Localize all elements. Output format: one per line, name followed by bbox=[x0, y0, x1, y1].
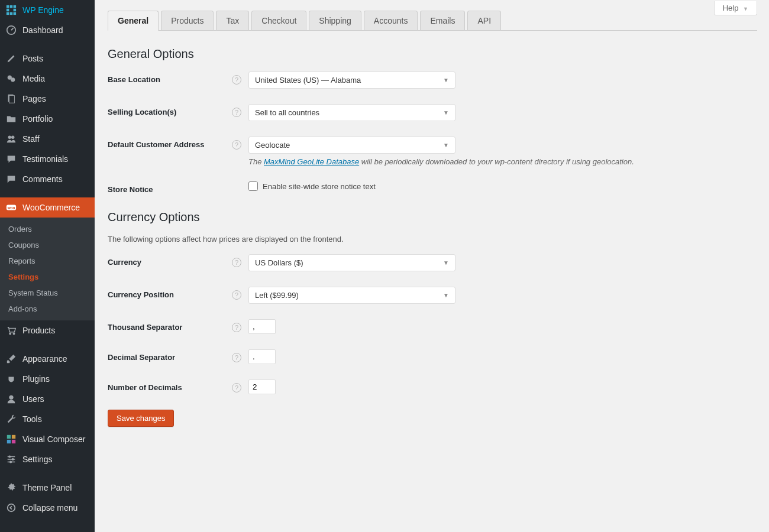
default-customer-address-select[interactable]: Geolocate ▼ bbox=[248, 137, 455, 154]
help-label: Help bbox=[723, 4, 739, 12]
tab-accounts[interactable]: Accounts bbox=[364, 11, 418, 31]
svg-rect-22 bbox=[12, 435, 15, 439]
sidebar-item-label: Collapse menu bbox=[22, 503, 77, 512]
gear-icon bbox=[6, 482, 18, 493]
maxmind-link[interactable]: MaxMind GeoLite Database bbox=[264, 157, 359, 166]
sidebar-item-label: WP Engine bbox=[22, 5, 64, 15]
decimal-separator-input[interactable] bbox=[248, 349, 276, 364]
sidebar-item-media[interactable]: Media bbox=[0, 69, 95, 89]
select-value: Sell to all countries bbox=[255, 108, 319, 117]
chat-icon bbox=[6, 154, 18, 164]
svg-rect-7 bbox=[14, 12, 17, 15]
tab-tax[interactable]: Tax bbox=[216, 11, 249, 31]
sidebar-item-users[interactable]: Users bbox=[0, 389, 95, 409]
svg-point-25 bbox=[9, 456, 11, 458]
help-icon[interactable]: ? bbox=[232, 258, 241, 267]
sidebar-item-products[interactable]: Products bbox=[0, 320, 95, 340]
woo-icon: woo bbox=[6, 202, 18, 213]
submenu-add-ons[interactable]: Add-ons bbox=[0, 301, 95, 317]
chevron-down-icon: ▼ bbox=[443, 109, 449, 116]
store-notice-checkbox[interactable] bbox=[248, 181, 258, 191]
sidebar-item-pages[interactable]: Pages bbox=[0, 89, 95, 109]
chevron-down-icon: ▼ bbox=[443, 77, 449, 83]
users-icon bbox=[6, 134, 18, 144]
sidebar-item-dashboard[interactable]: Dashboard bbox=[0, 20, 95, 40]
help-icon[interactable]: ? bbox=[232, 75, 241, 85]
svg-rect-1 bbox=[10, 5, 13, 8]
sidebar-item-comments[interactable]: Comments bbox=[0, 169, 95, 189]
sidebar-item-appearance[interactable]: Appearance bbox=[0, 349, 95, 369]
folder-icon bbox=[6, 113, 18, 124]
thousand-separator-input[interactable] bbox=[248, 319, 276, 334]
tab-checkout[interactable]: Checkout bbox=[251, 11, 306, 31]
dashboard-icon bbox=[6, 25, 18, 35]
tab-products[interactable]: Products bbox=[161, 11, 214, 31]
help-tab[interactable]: Help ▼ bbox=[714, 1, 757, 15]
sidebar-item-label: Dashboard bbox=[22, 25, 63, 35]
sidebar-item-label: Testimonials bbox=[22, 154, 68, 164]
svg-point-15 bbox=[11, 136, 14, 139]
sidebar-item-posts[interactable]: Posts bbox=[0, 48, 95, 69]
submenu-settings[interactable]: Settings bbox=[0, 269, 95, 285]
currency-select[interactable]: US Dollars ($) ▼ bbox=[248, 254, 455, 271]
sidebar-item-woocommerce[interactable]: woo WooCommerce bbox=[0, 197, 95, 218]
submenu-system-status[interactable]: System Status bbox=[0, 285, 95, 301]
svg-point-14 bbox=[8, 136, 11, 139]
chevron-down-icon: ▼ bbox=[743, 6, 748, 12]
sidebar-item-plugins[interactable]: Plugins bbox=[0, 369, 95, 389]
submenu-reports[interactable]: Reports bbox=[0, 253, 95, 269]
svg-rect-12 bbox=[9, 96, 14, 103]
sidebar-item-label: Users bbox=[22, 394, 44, 404]
tab-api[interactable]: API bbox=[467, 11, 501, 31]
help-icon[interactable]: ? bbox=[232, 290, 241, 300]
tab-emails[interactable]: Emails bbox=[420, 11, 465, 31]
sidebar-item-label: Pages bbox=[22, 94, 46, 103]
sidebar-item-wpengine[interactable]: WP Engine bbox=[0, 0, 95, 20]
sidebar-item-label: Visual Composer bbox=[22, 434, 85, 444]
help-icon[interactable]: ? bbox=[232, 140, 241, 150]
help-icon[interactable]: ? bbox=[232, 383, 241, 392]
sidebar-item-label: Settings bbox=[22, 455, 53, 464]
svg-rect-24 bbox=[12, 440, 15, 443]
svg-rect-6 bbox=[10, 12, 13, 15]
svg-point-26 bbox=[12, 459, 14, 460]
wpengine-icon bbox=[6, 5, 18, 15]
sidebar-item-label: Staff bbox=[22, 134, 40, 144]
help-icon[interactable]: ? bbox=[232, 323, 241, 332]
submenu-coupons[interactable]: Coupons bbox=[0, 237, 95, 253]
admin-sidebar: WP Engine Dashboard Posts Media Pages Po… bbox=[0, 0, 95, 532]
sidebar-item-staff[interactable]: Staff bbox=[0, 129, 95, 149]
sidebar-item-testimonials[interactable]: Testimonials bbox=[0, 149, 95, 169]
sidebar-item-theme-panel[interactable]: Theme Panel bbox=[0, 478, 95, 498]
svg-point-29 bbox=[8, 504, 15, 512]
sidebar-item-visual-composer[interactable]: Visual Composer bbox=[0, 429, 95, 449]
chevron-down-icon: ▼ bbox=[443, 292, 449, 299]
currency-position-select[interactable]: Left ($99.99) ▼ bbox=[248, 287, 455, 304]
decimal-separator-label: Decimal Separator bbox=[108, 349, 232, 362]
tab-shipping[interactable]: Shipping bbox=[309, 11, 361, 31]
cart-icon bbox=[6, 325, 18, 336]
tab-general[interactable]: General bbox=[108, 11, 159, 31]
num-decimals-input[interactable] bbox=[248, 379, 276, 394]
collapse-icon bbox=[6, 502, 18, 513]
submenu-orders[interactable]: Orders bbox=[0, 221, 95, 237]
sidebar-item-settings[interactable]: Settings bbox=[0, 449, 95, 469]
sidebar-item-label: Plugins bbox=[22, 374, 50, 384]
save-changes-button[interactable]: Save changes bbox=[108, 410, 174, 427]
thousand-separator-label: Thousand Separator bbox=[108, 319, 232, 332]
help-icon[interactable]: ? bbox=[232, 353, 241, 362]
selling-locations-select[interactable]: Sell to all countries ▼ bbox=[248, 104, 455, 121]
general-options-heading: General Options bbox=[108, 47, 757, 61]
sidebar-item-label: WooCommerce bbox=[22, 203, 80, 212]
currency-position-label: Currency Position bbox=[108, 287, 232, 299]
sidebar-item-portfolio[interactable]: Portfolio bbox=[0, 109, 95, 129]
help-icon[interactable]: ? bbox=[232, 108, 241, 117]
select-value: Geolocate bbox=[255, 141, 290, 150]
sidebar-item-label: Comments bbox=[22, 174, 63, 184]
select-value: Left ($99.99) bbox=[255, 291, 299, 300]
sidebar-item-tools[interactable]: Tools bbox=[0, 409, 95, 429]
base-location-select[interactable]: United States (US) — Alabama ▼ bbox=[248, 72, 455, 89]
sidebar-item-collapse[interactable]: Collapse menu bbox=[0, 498, 95, 518]
settings-tabs: General Products Tax Checkout Shipping A… bbox=[108, 11, 757, 31]
sliders-icon bbox=[6, 454, 18, 465]
